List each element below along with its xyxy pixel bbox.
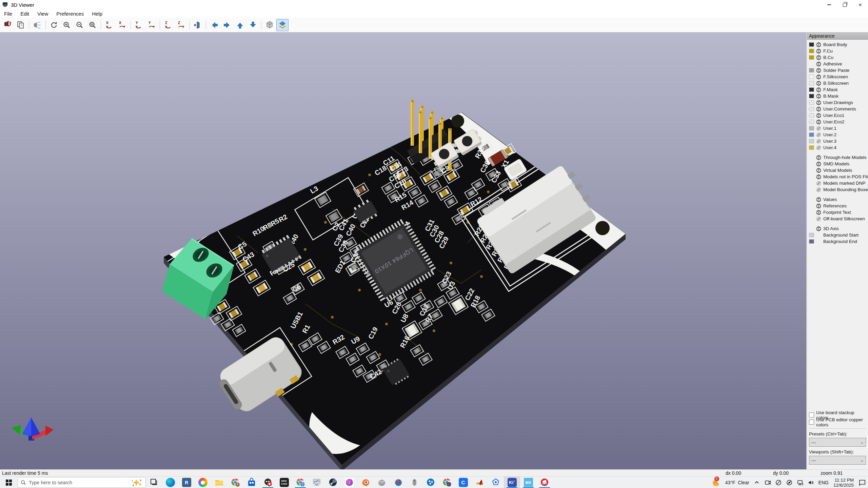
taskbar-app-epic-games[interactable]: EPICGAMES (276, 476, 292, 488)
layer-row-b-mask[interactable]: B.Mask (809, 93, 867, 99)
taskbar-app-matlab[interactable] (471, 476, 488, 488)
layer-color-swatch[interactable] (809, 107, 814, 111)
layer-row-b-silkscreen[interactable]: B.Silkscreen (809, 80, 867, 86)
layer-color-swatch[interactable] (809, 87, 814, 92)
rotate-z-neg-button[interactable]: Z (162, 19, 174, 31)
language-indicator[interactable]: ENG (818, 480, 829, 485)
layer-color-swatch[interactable] (809, 133, 814, 137)
visibility-eye-icon[interactable] (816, 100, 822, 105)
layer-row-user-drawings[interactable]: User.Drawings (809, 99, 867, 106)
layer-color-swatch[interactable] (809, 49, 814, 53)
layer-row-user-4[interactable]: User.4 (809, 144, 867, 151)
layer-row-user-eco2[interactable]: User.Eco2 (809, 119, 867, 125)
menu-file[interactable]: File (0, 10, 16, 17)
layer-color-swatch[interactable] (809, 94, 814, 98)
layer-row-background-start[interactable]: Background Start (809, 232, 867, 238)
visibility-off-icon[interactable] (816, 216, 822, 222)
layer-row-model-bounding-boxes[interactable]: Model Bounding Boxes (809, 186, 867, 193)
visibility-off-icon[interactable] (816, 139, 822, 144)
layer-color-swatch[interactable] (809, 100, 814, 105)
layer-color-swatch[interactable] (809, 75, 814, 79)
action-center-icon[interactable] (859, 479, 866, 486)
layer-color-swatch[interactable] (809, 145, 814, 150)
taskbar-app-edge[interactable] (162, 476, 178, 488)
minimize-button[interactable] (821, 0, 837, 9)
layer-row-user-1[interactable]: User.1 (809, 125, 867, 131)
layer-row-3d-axis[interactable]: 3D Axis (809, 225, 867, 232)
rotate-x-pos-button[interactable]: X (116, 19, 128, 31)
visibility-eye-icon[interactable] (816, 42, 822, 47)
zoom-in-button[interactable] (61, 19, 73, 31)
layer-row-models-not-in-pos-file[interactable]: Models not in POS File (809, 174, 867, 180)
weather-temp[interactable]: 43°F Clear (725, 480, 749, 485)
taskbar-app-c-ide[interactable]: C (455, 476, 471, 488)
visibility-eye-icon[interactable] (816, 161, 822, 167)
layer-color-swatch[interactable] (809, 55, 814, 60)
layer-row-values[interactable]: Values (809, 196, 867, 203)
rotate-z-pos-button[interactable]: Z (175, 19, 187, 31)
taskbar-app-xbox-game-bar[interactable] (260, 476, 276, 488)
taskbar-app-task-view[interactable] (146, 476, 162, 488)
checkbox-icon[interactable] (809, 412, 814, 418)
hidden-icons-chevron-icon[interactable] (753, 479, 760, 486)
layer-row-through-hole-models[interactable]: Through-hole Models (809, 154, 867, 161)
restore-button[interactable] (837, 0, 852, 9)
taskbar-app-chrome-profile[interactable] (227, 476, 243, 488)
move-left-button[interactable] (208, 19, 220, 31)
layer-color-swatch[interactable] (809, 42, 814, 47)
raytracing-button[interactable] (276, 19, 289, 31)
close-button[interactable]: × (852, 0, 868, 9)
layer-color-swatch[interactable] (809, 233, 814, 237)
taskbar-app-file-explorer[interactable] (211, 476, 227, 488)
layer-row-solder-paste[interactable]: Solder Paste (809, 67, 867, 74)
layer-color-swatch[interactable] (809, 120, 814, 124)
taskbar-app-blender[interactable] (357, 476, 374, 488)
meet-now-icon[interactable] (764, 479, 771, 486)
viewports-dropdown[interactable]: --- ⌄ (809, 456, 866, 465)
layer-row-user-eco1[interactable]: User.Eco1 (809, 112, 867, 119)
layer-color-swatch[interactable] (809, 239, 814, 244)
layer-row-f-mask[interactable]: F.Mask (809, 86, 867, 93)
zoom-fit-button[interactable] (86, 19, 99, 31)
taskbar-app-rstudio[interactable]: R (178, 476, 195, 488)
visibility-eye-icon[interactable] (816, 48, 822, 54)
visibility-eye-icon[interactable] (816, 168, 822, 173)
visibility-eye-icon[interactable] (816, 197, 822, 202)
visibility-off-icon[interactable] (816, 145, 822, 150)
visibility-eye-icon[interactable] (816, 113, 822, 118)
layer-row-virtual-models[interactable]: Virtual Models (809, 167, 867, 174)
presets-dropdown[interactable]: --- ⌄ (809, 438, 866, 447)
visibility-eye-icon[interactable] (816, 87, 822, 93)
menu-help[interactable]: Help (88, 10, 106, 17)
visibility-off-icon[interactable] (816, 132, 822, 138)
layer-row-background-end[interactable]: Background End (809, 238, 867, 245)
layer-color-swatch[interactable] (809, 126, 814, 130)
layer-row-models-marked-dnp[interactable]: Models marked DNP (809, 180, 867, 186)
move-right-button[interactable] (221, 19, 233, 31)
visibility-eye-icon[interactable] (816, 155, 822, 160)
layer-row-smd-models[interactable]: SMD Models (809, 161, 867, 167)
flip-board-button[interactable] (192, 19, 204, 31)
pcb-3d-viewport[interactable]: C11C14C13C12C10C18R15R14L3R12C37R10R8R5R… (0, 33, 806, 469)
taskbar-app-system-monitor[interactable] (309, 476, 325, 488)
taskbar-app-gimp[interactable] (374, 476, 390, 488)
taskbar-app-microsoft-store[interactable] (243, 476, 260, 488)
layer-row-user-comments[interactable]: User.Comments (809, 106, 867, 112)
layer-color-swatch[interactable] (809, 113, 814, 118)
clock[interactable]: 11:12 PM12/6/2025 (833, 477, 854, 488)
visibility-eye-icon[interactable] (816, 81, 822, 86)
layer-color-swatch[interactable] (809, 68, 814, 73)
network-icon[interactable] (797, 479, 804, 486)
visibility-eye-icon[interactable] (816, 94, 822, 99)
visibility-off-icon[interactable] (816, 181, 822, 186)
rotate-y-neg-button[interactable]: Y (133, 19, 145, 31)
layer-row-b-cu[interactable]: B.Cu (809, 54, 867, 61)
layer-row-adhesive[interactable]: Adhesive (809, 61, 867, 67)
layer-row-references[interactable]: References (809, 203, 867, 209)
taskbar-app-thunderbird[interactable] (390, 476, 406, 488)
visibility-eye-icon[interactable] (816, 226, 822, 231)
visibility-eye-icon[interactable] (816, 68, 822, 73)
visibility-eye-icon[interactable] (816, 106, 822, 112)
visibility-eye-icon[interactable] (816, 55, 822, 60)
layer-row-user-2[interactable]: User.2 (809, 131, 867, 138)
